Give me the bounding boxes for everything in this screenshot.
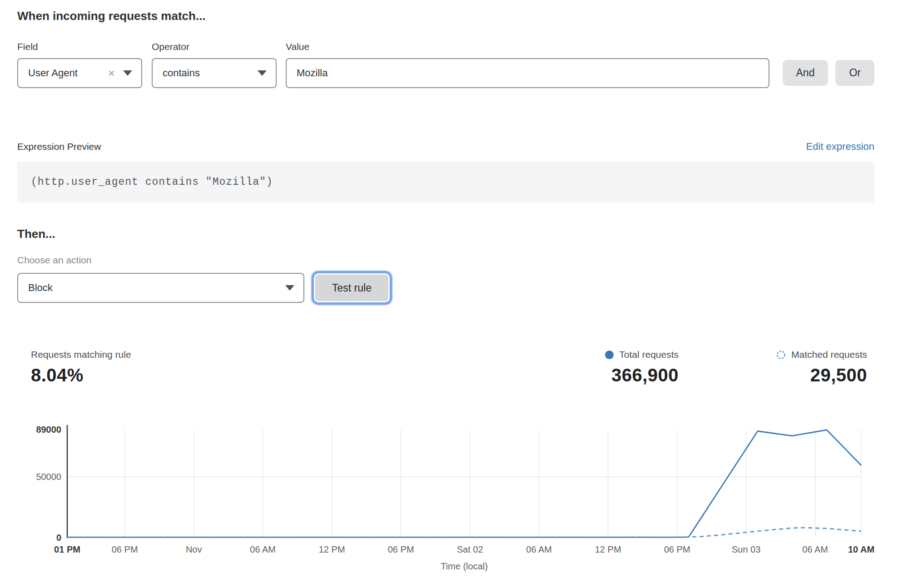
svg-text:06 PM: 06 PM — [388, 544, 414, 554]
stat-total-label: Total requests — [619, 349, 679, 360]
matched-requests-legend-dashed-circle-icon — [776, 350, 786, 360]
svg-text:0: 0 — [56, 533, 61, 543]
value-input[interactable] — [286, 58, 769, 88]
requests-chart-container: 0500008900001 PM06 PMNov06 AM12 PM06 PMS… — [0, 420, 908, 581]
stat-matching-label: Requests matching rule — [31, 349, 605, 360]
firewall-rule-editor: When incoming requests match... Field Us… — [0, 0, 908, 581]
svg-text:06 AM: 06 AM — [802, 544, 828, 554]
stat-matched-requests: Matched requests 29,500 — [776, 349, 867, 385]
svg-text:06 AM: 06 AM — [250, 544, 276, 554]
stat-matched-label: Matched requests — [791, 349, 867, 360]
svg-text:12 PM: 12 PM — [595, 544, 621, 554]
chevron-down-icon[interactable] — [285, 285, 294, 291]
svg-text:Time (local): Time (local) — [441, 561, 488, 571]
svg-text:89000: 89000 — [36, 425, 61, 435]
stat-matching-value: 8.04% — [31, 365, 605, 385]
field-select[interactable]: User Agent × — [17, 58, 142, 88]
expression-code: (http.user_agent contains "Mozilla") — [31, 176, 273, 188]
section-heading-match: When incoming requests match... — [17, 9, 874, 23]
and-button[interactable]: And — [783, 60, 829, 86]
operator-select[interactable]: contains — [152, 58, 277, 88]
test-rule-button[interactable]: Test rule — [315, 275, 388, 301]
expression-preview-label: Expression Preview — [17, 141, 101, 152]
logic-buttons: And Or — [783, 60, 875, 86]
chevron-down-icon[interactable] — [258, 70, 267, 76]
requests-time-series-chart: 0500008900001 PM06 PMNov06 AM12 PM06 PMS… — [0, 420, 908, 581]
stat-matched-value: 29,500 — [776, 365, 867, 385]
stat-matching-rule: Requests matching rule 8.04% — [31, 349, 605, 385]
action-row: Block Test rule — [17, 273, 874, 303]
clear-field-icon[interactable]: × — [108, 67, 115, 79]
edit-expression-link[interactable]: Edit expression — [806, 141, 874, 153]
operator-label: Operator — [152, 41, 277, 52]
svg-text:Sat 02: Sat 02 — [457, 544, 483, 554]
svg-text:06 PM: 06 PM — [664, 544, 690, 554]
svg-text:06 AM: 06 AM — [526, 544, 552, 554]
svg-text:Sun 03: Sun 03 — [732, 544, 760, 554]
svg-text:Nov: Nov — [186, 544, 202, 554]
action-select-value: Block — [28, 282, 53, 294]
svg-text:50000: 50000 — [36, 472, 61, 482]
section-heading-then: Then... — [17, 227, 874, 241]
expression-code-box: (http.user_agent contains "Mozilla") — [17, 162, 874, 203]
or-button[interactable]: Or — [835, 60, 874, 86]
stat-total-requests: Total requests 366,900 — [605, 349, 679, 385]
svg-text:01 PM: 01 PM — [54, 544, 80, 554]
operator-column: Operator contains — [152, 41, 277, 88]
chevron-down-icon[interactable] — [123, 70, 132, 76]
stats-row: Requests matching rule 8.04% Total reque… — [17, 349, 874, 385]
svg-text:12 PM: 12 PM — [319, 544, 345, 554]
rule-condition-row: Field User Agent × Operator contains Val… — [17, 41, 874, 88]
operator-select-value: contains — [163, 67, 200, 79]
expression-preview-header: Expression Preview Edit expression — [17, 141, 874, 153]
total-requests-legend-dot-icon — [605, 351, 614, 359]
svg-text:10 AM: 10 AM — [848, 544, 874, 554]
field-label: Field — [17, 41, 142, 52]
choose-action-label: Choose an action — [17, 255, 874, 266]
value-column: Value — [286, 41, 769, 88]
field-column: Field User Agent × — [17, 41, 142, 88]
svg-text:06 PM: 06 PM — [112, 544, 138, 554]
stat-total-value: 366,900 — [605, 365, 679, 385]
value-label: Value — [286, 41, 769, 52]
action-select[interactable]: Block — [17, 273, 304, 303]
field-select-value: User Agent — [28, 67, 78, 79]
